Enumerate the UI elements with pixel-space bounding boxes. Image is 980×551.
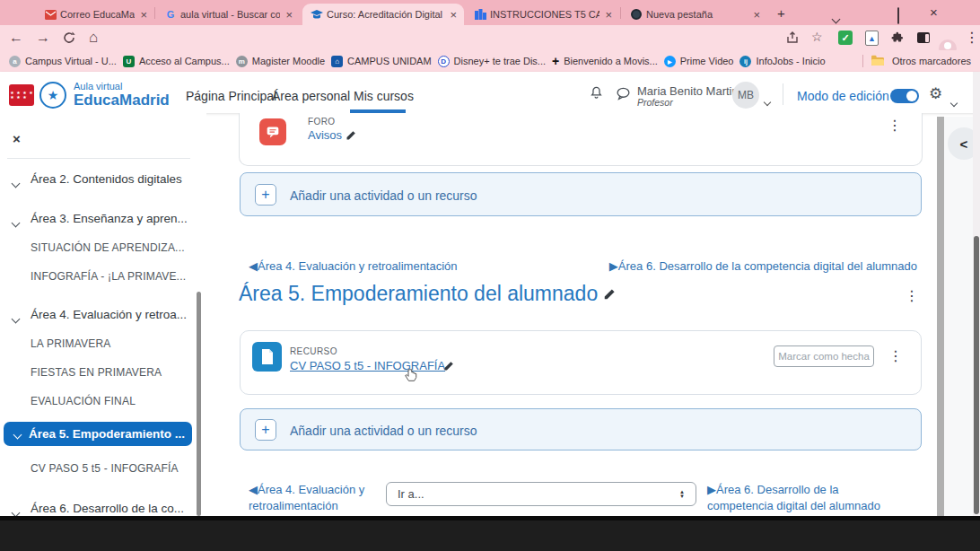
- tab-close-icon[interactable]: ×: [138, 9, 149, 21]
- sidebar-item-area3[interactable]: Área 3. Enseñanza y apren...: [31, 212, 188, 225]
- section-content-box: RECURSO CV PASO 5 t5 - INFOGRAFÍA Marcar…: [240, 330, 922, 395]
- bookmark-favicon: ij: [739, 56, 751, 67]
- tab-close-icon[interactable]: ×: [448, 9, 459, 21]
- sidebar-item-infografia[interactable]: INFOGRAFÍA - ¡LA PRIMAVE...: [31, 270, 186, 283]
- tab-google-search[interactable]: G aula virtual - Buscar con Goc ×: [156, 4, 300, 25]
- extension-doc-icon[interactable]: ▲: [865, 31, 879, 46]
- mail-icon: [44, 8, 57, 21]
- bookmark-movistar[interactable]: + Bienvenido a Movis...: [552, 56, 658, 67]
- chrome-icon: [630, 8, 643, 21]
- chevron-down-icon[interactable]: [13, 174, 19, 190]
- footer-next-link[interactable]: ▶Área 6. Desarrollo de la competencia di…: [707, 482, 900, 513]
- tab-close-icon[interactable]: ×: [751, 9, 762, 21]
- sidebar-item-situacion[interactable]: SITUACIÓN DE APRENDIZA...: [31, 241, 185, 254]
- forum-icon: [259, 118, 286, 145]
- plus-icon: +: [255, 419, 276, 441]
- brand-line2[interactable]: EducaMadrid: [74, 92, 170, 109]
- reload-icon[interactable]: [63, 31, 75, 44]
- tab-close-icon[interactable]: ×: [284, 9, 294, 21]
- edit-mode-toggle[interactable]: [890, 89, 919, 103]
- activity-type-label: FORO: [308, 117, 336, 127]
- sidebar-item-fiestas[interactable]: FIESTAS EN PRIMAVERA: [31, 366, 162, 379]
- pencil-icon[interactable]: [346, 130, 356, 141]
- sidebar-item-la-primavera[interactable]: LA PRIMAVERA: [31, 337, 111, 350]
- messages-icon[interactable]: [616, 86, 631, 101]
- sidebar-item-cv-paso5[interactable]: CV PASO 5 t5 - INFOGRAFÍA: [31, 462, 179, 475]
- notifications-bell-icon[interactable]: [589, 85, 604, 101]
- chevron-down-icon[interactable]: [13, 214, 19, 230]
- section-menu-icon[interactable]: ⋮: [905, 289, 919, 303]
- home-icon[interactable]: ⌂: [89, 30, 98, 45]
- tab-instrucciones[interactable]: INSTRUCCIONES T5 CANVA ×: [466, 4, 619, 25]
- page-title: Área 5. Empoderamiento del alumnado: [239, 282, 598, 306]
- nav-mis-cursos[interactable]: Mis cursos: [354, 89, 414, 103]
- user-name[interactable]: Maria Benito Martin: [637, 84, 739, 98]
- window-close-button[interactable]: ×: [930, 5, 938, 19]
- madrid-flag-logo: ★★★★★★★: [9, 84, 34, 106]
- resource-link[interactable]: CV PASO 5 t5 - INFOGRAFÍA: [290, 359, 445, 372]
- canva-icon: [474, 8, 486, 21]
- sidebar-item-area4[interactable]: Área 4. Evaluación y retroa...: [31, 308, 187, 321]
- pencil-icon[interactable]: [443, 361, 454, 372]
- footer-prev-link[interactable]: ◀Área 4. Evaluación y retroalimentación: [249, 482, 392, 513]
- share-icon[interactable]: [786, 31, 799, 44]
- folder-icon: [871, 57, 884, 65]
- bookmark-acceso-campus[interactable]: U Acceso al Campus...: [123, 56, 230, 67]
- bookmark-infojobs[interactable]: ij InfoJobs - Inicio: [739, 56, 825, 67]
- bookmark-prime-video[interactable]: ▶ Prime Video: [664, 56, 734, 67]
- tab-separator: [154, 7, 155, 19]
- nav-area-personal[interactable]: Área personal: [272, 89, 350, 103]
- edit-mode-label: Modo de edición: [797, 89, 889, 103]
- add-activity-box[interactable]: + Añadir una actividad o un recurso: [240, 172, 922, 216]
- sidebar-item-area5-selected[interactable]: Área 5. Empoderamiento ...: [4, 422, 192, 446]
- gear-icon[interactable]: ⚙: [929, 84, 942, 103]
- tab-nueva-pestana[interactable]: Nueva pestaña ×: [622, 4, 767, 25]
- side-panel-icon[interactable]: [917, 32, 930, 43]
- activity-menu-icon[interactable]: ⋮: [888, 349, 903, 363]
- bookmark-campus-virtual[interactable]: a Campus Virtual - U...: [9, 56, 117, 67]
- prev-section-link[interactable]: ◀Área 4. Evaluación y retroalimentación: [249, 259, 458, 273]
- back-icon[interactable]: ←: [9, 31, 23, 45]
- sidebar-item-area2[interactable]: Área 2. Contenidos digitales: [31, 172, 182, 186]
- nav-pagina-principal[interactable]: Página Principal: [186, 89, 276, 103]
- browser-menu-icon[interactable]: ⋮: [965, 31, 979, 45]
- window-scrollbar-thumb[interactable]: [974, 236, 979, 514]
- new-tab-button[interactable]: +: [777, 6, 785, 20]
- tab-correo[interactable]: Correo EducaMadrid :: Entra ×: [36, 4, 154, 25]
- tab-curso-active[interactable]: Curso: Acreditación Digital D ×: [302, 4, 464, 25]
- content-scrollbar[interactable]: [937, 117, 944, 516]
- educamadrid-logo[interactable]: ★: [39, 82, 66, 109]
- bookmark-favicon: m: [236, 56, 248, 67]
- activity-menu-icon[interactable]: ⋮: [888, 118, 902, 133]
- user-menu-chevron-icon[interactable]: [765, 92, 770, 109]
- jump-to-select[interactable]: Ir a... ▲▼: [386, 482, 696, 506]
- course-index-drawer: × Área 2. Contenidos digitales Área 3. E…: [0, 113, 206, 516]
- other-bookmarks[interactable]: Otros marcadores: [862, 55, 971, 67]
- gear-chevron-icon[interactable]: [951, 93, 957, 109]
- collapsed-block-drawer: [944, 117, 973, 516]
- bookmark-disney[interactable]: D Disney+ te trae Dis...: [438, 56, 546, 67]
- maximize-button[interactable]: [897, 8, 899, 24]
- windows-taskbar: 27°C Mayorm. soleado Búsqueda N T: [0, 520, 980, 551]
- mark-done-button[interactable]: Marcar como hecha: [774, 345, 874, 367]
- drawer-scrollbar[interactable]: [197, 292, 201, 516]
- pencil-icon[interactable]: [603, 288, 616, 301]
- foro-avisos-link[interactable]: Avisos: [308, 128, 342, 142]
- bookmark-magister-moodle[interactable]: m Magister Moodle: [236, 56, 325, 67]
- user-avatar[interactable]: MB: [732, 82, 759, 109]
- bookmark-star-icon[interactable]: ☆: [811, 31, 823, 43]
- bookmark-favicon: ⌂: [331, 56, 343, 67]
- divider: [7, 158, 190, 159]
- next-section-link[interactable]: ▶Área 6. Desarrollo de la competencia di…: [609, 259, 917, 273]
- bookmark-campus-unidam[interactable]: ⌂ CAMPUS UNIDAM: [331, 56, 432, 67]
- extensions-puzzle-icon[interactable]: [890, 31, 904, 44]
- add-activity-box[interactable]: + Añadir una actividad o un recurso: [240, 408, 922, 450]
- chevron-down-icon[interactable]: [13, 310, 19, 326]
- sidebar-item-evaluacion-final[interactable]: EVALUACIÓN FINAL: [31, 395, 136, 407]
- sidebar-item-area6[interactable]: Área 6. Desarrollo de la co...: [31, 502, 184, 515]
- drawer-close-icon[interactable]: ×: [13, 131, 21, 146]
- extension-check-icon[interactable]: ✓: [838, 31, 853, 45]
- tab-close-icon[interactable]: ×: [603, 9, 614, 21]
- tab-search-icon[interactable]: [833, 10, 839, 26]
- forward-icon[interactable]: →: [36, 31, 50, 45]
